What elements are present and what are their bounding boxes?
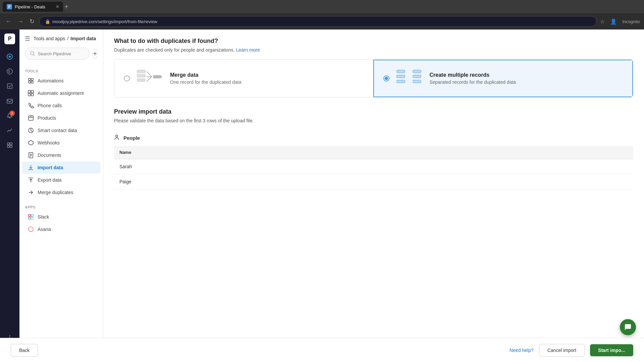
extensions-icon[interactable]: Incognito	[622, 19, 640, 24]
start-import-button[interactable]: Start impo...	[590, 344, 633, 356]
tab-favicon: P	[7, 4, 12, 9]
svg-rect-38	[413, 70, 421, 73]
nav-icon-cube[interactable]	[3, 139, 16, 152]
reload-button[interactable]: ↻	[28, 16, 36, 26]
search-area: +	[19, 45, 103, 65]
create-multiple-text: Create multiple records Separated record…	[430, 72, 516, 85]
svg-rect-21	[31, 94, 34, 96]
search-input[interactable]	[38, 51, 85, 56]
cancel-import-button[interactable]: Cancel import	[539, 344, 585, 357]
svg-rect-6	[7, 143, 9, 145]
preview-table: Name Sarah Paige	[114, 146, 633, 189]
preview-subtitle: Please validate the data based on the fi…	[114, 118, 633, 123]
svg-rect-14	[29, 78, 31, 80]
sidebar-item-documents[interactable]: Documents	[22, 149, 100, 161]
notification-badge: 2	[9, 111, 15, 116]
nav-icon-notifications[interactable]: 2	[3, 109, 16, 122]
table-header-name: Name	[114, 146, 633, 159]
merge-icon	[137, 68, 163, 88]
profile-icon[interactable]: 👤	[610, 18, 617, 25]
people-label: People	[123, 135, 140, 141]
sidebar-menu-button[interactable]: ☰	[25, 35, 30, 42]
create-multiple-option[interactable]: Create multiple records Separated record…	[373, 60, 633, 97]
sidebar-item-automations[interactable]: Automations	[22, 75, 100, 87]
app: P $ 2 U ☰ Tools and	[0, 29, 644, 362]
people-icon	[114, 134, 121, 142]
svg-rect-32	[137, 74, 145, 77]
sidebar-item-smart-contact[interactable]: Smart contact data	[22, 124, 100, 136]
sidebar-item-export-data[interactable]: Export data	[22, 174, 100, 186]
sidebar-item-merge-duplicates[interactable]: Merge duplicates	[22, 186, 100, 198]
svg-rect-19	[31, 90, 34, 93]
breadcrumb-current: Import data	[70, 36, 96, 41]
svg-point-30	[29, 227, 33, 232]
sidebar-item-import-data[interactable]: Import data	[22, 162, 100, 174]
nav-icon-deals[interactable]: $	[3, 65, 16, 78]
tools-section-label: TOOLS	[19, 65, 103, 74]
svg-rect-36	[397, 75, 405, 78]
sidebar-item-phone-calls[interactable]: Phone calls	[22, 100, 100, 112]
breadcrumb-root: Tools and apps	[34, 36, 65, 41]
sidebar-item-products[interactable]: Products	[22, 112, 100, 124]
svg-rect-8	[7, 145, 9, 147]
forward-nav-button[interactable]: →	[16, 17, 25, 26]
sidebar-item-automatic-assignment[interactable]: Automatic assignment	[22, 87, 100, 99]
svg-rect-33	[137, 79, 145, 81]
back-nav-button[interactable]: ←	[4, 17, 13, 26]
sidebar-item-webhooks[interactable]: Webhooks	[22, 137, 100, 149]
duplicates-section: What to do with duplicates if found? Dup…	[114, 38, 633, 98]
svg-rect-40	[413, 80, 421, 83]
learn-more-link[interactable]: Learn more	[236, 47, 260, 53]
svg-rect-29	[31, 217, 33, 219]
automatic-assignment-label: Automatic assignment	[38, 90, 84, 96]
new-tab-button[interactable]: +	[64, 3, 68, 11]
automations-label: Automations	[38, 78, 64, 83]
footer-bar: Back Need help? Cancel import Start impo…	[0, 338, 644, 362]
footer-spacer	[114, 195, 633, 222]
merge-data-title: Merge data	[170, 72, 241, 78]
products-icon	[28, 115, 34, 121]
nav-icon-analytics[interactable]	[3, 124, 16, 137]
nav-icon-inbox[interactable]	[3, 95, 16, 107]
svg-rect-9	[10, 145, 12, 147]
svg-rect-7	[10, 143, 12, 145]
svg-rect-37	[397, 80, 405, 83]
main-content: What to do with duplicates if found? Dup…	[103, 29, 644, 362]
nav-icon-tasks[interactable]	[3, 80, 16, 93]
automations-icon	[28, 77, 34, 84]
url-text: moodjoy.pipedrive.com/settings/import/fr…	[52, 19, 157, 24]
browser-tabs: P Pipeline - Deals × +	[0, 0, 644, 13]
duplicates-title: What to do with duplicates if found?	[114, 38, 633, 45]
merge-data-option[interactable]: Merge data One record for the duplicated…	[114, 60, 373, 97]
merge-data-radio[interactable]	[124, 75, 130, 81]
browser-tab[interactable]: P Pipeline - Deals ×	[3, 2, 63, 12]
svg-point-13	[31, 52, 34, 55]
create-multiple-icon	[396, 68, 423, 88]
row-name-paige: Paige	[114, 174, 633, 189]
address-bar[interactable]: 🔒 moodjoy.pipedrive.com/settings/import/…	[39, 16, 597, 27]
documents-icon	[28, 152, 34, 159]
need-help-button[interactable]: Need help?	[509, 348, 534, 353]
import-data-label: Import data	[38, 165, 63, 170]
tab-close-button[interactable]: ×	[56, 4, 59, 10]
people-preview: People Name Sarah Paige	[114, 130, 633, 189]
smart-contact-icon	[28, 127, 34, 134]
svg-rect-34	[153, 75, 161, 78]
sidebar-item-asana[interactable]: Asana	[22, 223, 100, 235]
add-button[interactable]: +	[92, 48, 98, 59]
preview-section: Preview import data Please validate the …	[114, 108, 633, 189]
browser-nav: ← → ↻ 🔒 moodjoy.pipedrive.com/settings/i…	[0, 13, 644, 29]
breadcrumb-sep: /	[67, 36, 68, 41]
back-button[interactable]: Back	[11, 344, 38, 357]
tab-label: Pipeline - Deals	[15, 4, 45, 9]
svg-rect-28	[29, 217, 31, 219]
chat-bubble-button[interactable]	[620, 319, 636, 335]
svg-rect-35	[397, 70, 405, 73]
sidebar-item-slack[interactable]: Slack	[22, 211, 100, 223]
row-name-sarah: Sarah	[114, 159, 633, 174]
phone-calls-label: Phone calls	[38, 103, 62, 108]
bookmark-icon[interactable]: ☆	[600, 18, 605, 25]
create-multiple-radio[interactable]	[383, 75, 389, 81]
apps-section-label: APPS	[19, 201, 103, 210]
nav-icon-home[interactable]	[3, 50, 16, 63]
